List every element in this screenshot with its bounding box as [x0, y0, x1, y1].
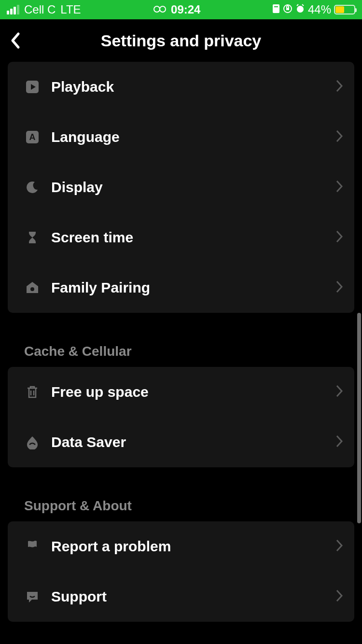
page-title: Settings and privacy — [101, 31, 262, 50]
status-bar: Cell C LTE 09:24 44% — [0, 0, 362, 19]
row-support[interactable]: Support — [8, 572, 354, 622]
svg-rect-5 — [286, 8, 289, 10]
signal-icon — [7, 5, 19, 14]
svg-point-1 — [160, 6, 166, 12]
screen-time-icon — [24, 229, 41, 246]
chevron-right-icon — [335, 434, 344, 450]
row-playback[interactable]: Playback — [8, 62, 354, 112]
scrollbar[interactable] — [357, 313, 361, 523]
row-label: Support — [51, 588, 335, 605]
row-family-pairing[interactable]: Family Pairing — [8, 263, 354, 313]
header: Settings and privacy — [0, 19, 362, 62]
svg-point-0 — [154, 6, 160, 12]
row-data-saver[interactable]: Data Saver — [8, 417, 354, 467]
svg-rect-2 — [273, 4, 279, 13]
card-icon — [272, 3, 280, 16]
flag-icon — [24, 538, 41, 555]
chevron-right-icon — [335, 229, 344, 246]
settings-group-cache: Free up space Data Saver — [8, 367, 354, 467]
settings-group-general: Playback A Language Display Screen time — [8, 62, 354, 313]
data-saver-icon — [24, 434, 41, 450]
chevron-right-icon — [335, 538, 344, 555]
row-label: Free up space — [51, 384, 335, 400]
row-language[interactable]: A Language — [8, 112, 354, 162]
status-left: Cell C LTE — [7, 3, 81, 16]
clock-time: 09:24 — [171, 3, 200, 16]
group-title-cache: Cache & Cellular — [8, 327, 354, 367]
chevron-right-icon — [335, 588, 344, 605]
chevron-right-icon — [335, 129, 344, 145]
row-label: Family Pairing — [51, 280, 335, 296]
trash-icon — [24, 384, 41, 400]
link-icon — [153, 3, 167, 16]
row-free-up-space[interactable]: Free up space — [8, 367, 354, 417]
settings-group-support: Report a problem Support — [8, 521, 354, 622]
family-pairing-icon — [24, 280, 41, 296]
row-display[interactable]: Display — [8, 162, 354, 212]
row-report-problem[interactable]: Report a problem — [8, 521, 354, 572]
row-label: Language — [51, 129, 335, 145]
rotation-lock-icon — [283, 3, 292, 16]
battery-icon — [334, 5, 355, 14]
status-center: 09:24 — [153, 3, 200, 16]
battery-percent: 44% — [308, 3, 331, 16]
alarm-icon — [295, 3, 305, 16]
back-button[interactable] — [10, 19, 39, 62]
svg-point-11 — [30, 287, 34, 291]
svg-text:A: A — [29, 132, 36, 142]
group-title-support: Support & About — [8, 482, 354, 521]
chevron-right-icon — [335, 179, 344, 196]
battery-fill — [335, 6, 344, 13]
row-label: Screen time — [51, 229, 335, 246]
chevron-right-icon — [335, 280, 344, 296]
support-icon — [24, 588, 41, 605]
language-icon: A — [24, 129, 41, 145]
playback-icon — [24, 79, 41, 95]
display-icon — [24, 179, 41, 196]
svg-point-6 — [297, 6, 304, 13]
network-label: LTE — [60, 3, 81, 16]
row-label: Playback — [51, 79, 335, 95]
status-right: 44% — [272, 3, 355, 16]
svg-rect-3 — [274, 6, 278, 7]
carrier-label: Cell C — [24, 3, 56, 16]
chevron-right-icon — [335, 79, 344, 95]
chevron-right-icon — [335, 384, 344, 400]
row-screen-time[interactable]: Screen time — [8, 212, 354, 263]
row-label: Display — [51, 179, 335, 196]
row-label: Report a problem — [51, 538, 335, 555]
row-label: Data Saver — [51, 434, 335, 450]
